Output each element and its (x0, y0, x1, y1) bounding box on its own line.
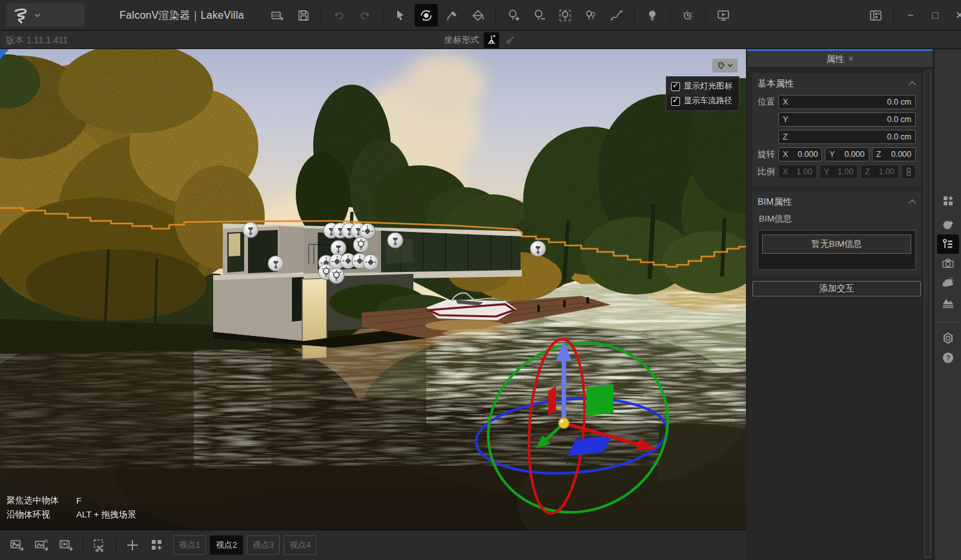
tag-visibility-button[interactable] (712, 59, 738, 72)
toggle-show-traffic-path[interactable]: ✓ 显示车流路径 (666, 94, 739, 109)
section-title: BIM属性 (758, 196, 792, 208)
rotation-y-input[interactable]: Y0.000 (825, 147, 869, 161)
help-icon[interactable]: ? (937, 348, 959, 368)
rotation-z-input[interactable]: Z0.000 (872, 147, 916, 161)
shortcut-hints: 聚焦选中物体 F 沿物体环视 ALT + 拖拽场景 (6, 493, 136, 522)
export-video-icon[interactable] (54, 534, 79, 557)
axis-local-icon[interactable] (502, 32, 518, 48)
path-spline-icon[interactable] (605, 4, 628, 26)
toggle-show-light-icons[interactable]: ✓ 显示灯光图标 (666, 79, 739, 94)
hint-action: 聚焦选中物体 (6, 495, 76, 506)
toolbar-separator (321, 6, 322, 25)
panel-scrollbar[interactable] (924, 70, 931, 558)
scale-z-input[interactable]: Z1.00 (860, 165, 899, 179)
camera-icon[interactable] (937, 254, 959, 273)
section-title: 基本属性 (758, 78, 794, 90)
checkbox-label: 显示灯光图标 (684, 81, 732, 92)
viewpoint-3-button[interactable]: 视点3 (247, 535, 280, 555)
title-bar: FalconV渲染器｜LakeVilla EXE (0, 0, 961, 30)
object-properties-icon[interactable] (937, 234, 959, 254)
checkbox-label: 显示车流路径 (684, 96, 732, 107)
position-z-input[interactable]: Z0.0 cm (778, 130, 916, 144)
tree-remove-icon[interactable] (528, 4, 551, 26)
add-viewport-grid-icon[interactable] (145, 534, 169, 557)
export-image-ai-icon[interactable]: AI (30, 534, 54, 557)
collapse-chevron-icon[interactable] (909, 200, 916, 207)
tree-add-icon[interactable] (502, 4, 525, 26)
save-icon[interactable] (292, 4, 315, 26)
media-player-icon[interactable] (712, 4, 735, 26)
toolbar-separator (893, 6, 894, 25)
checkbox[interactable]: ✓ (671, 97, 680, 106)
maximize-button[interactable]: □ (924, 4, 946, 26)
gizmo-plane-y[interactable] (586, 384, 614, 416)
properties-tab-title: 属性 (826, 54, 844, 65)
light-icon[interactable] (243, 222, 258, 238)
eyedropper-icon[interactable] (440, 4, 464, 26)
version-bar: 版本 1.11.1.411 坐标形式 (0, 31, 961, 49)
viewpoint-2-button[interactable]: 视点2 (210, 535, 243, 555)
scale-y-input[interactable]: Y1.00 (820, 165, 858, 179)
settings-icon[interactable] (937, 329, 959, 348)
orbit-move-tool-icon[interactable] (415, 4, 438, 26)
paint-bucket-icon[interactable] (466, 4, 490, 26)
checkbox[interactable]: ✓ (671, 82, 680, 91)
bim-empty-placeholder: 暂无BIM信息 (762, 234, 911, 254)
time-of-day-icon[interactable] (676, 4, 699, 26)
environment-weather-icon[interactable] (937, 273, 959, 293)
rotation-x-input[interactable]: X0.000 (778, 147, 822, 161)
properties-tab[interactable]: 属性 ✕ (747, 51, 933, 68)
toolbar-separator (495, 6, 496, 25)
toolbar-separator (705, 6, 706, 25)
hint-action: 沿物体环视 (6, 509, 76, 521)
axis-global-icon[interactable] (484, 32, 499, 48)
light-icon[interactable] (329, 268, 344, 284)
redo-icon[interactable] (353, 4, 377, 26)
collapse-chevron-icon[interactable] (909, 81, 916, 88)
bim-info-label: BIM信息 (759, 213, 916, 225)
rotation-label: 旋转 (758, 149, 778, 160)
svg-text:EXE: EXE (273, 14, 281, 17)
scale-label: 比例 (758, 166, 778, 178)
gizmo-plane-x[interactable] (548, 386, 556, 415)
app-menu-button[interactable] (6, 3, 85, 27)
gizmo-center[interactable] (559, 418, 569, 428)
position-x-input[interactable]: X0.0 cm (778, 95, 916, 109)
light-icon[interactable] (331, 240, 346, 256)
basic-properties-section: 基本属性 位置 X0.0 cm Y0.0 cm Z0.0 cm (752, 73, 921, 187)
export-exe-icon[interactable]: EXE (266, 4, 289, 26)
light-icon[interactable] (388, 233, 403, 248)
tree-select-icon[interactable] (553, 4, 577, 26)
capture-crop-icon[interactable] (87, 534, 112, 557)
material-blocks-icon[interactable] (937, 191, 959, 211)
panel-layout-icon[interactable] (864, 4, 887, 26)
light-icon[interactable] (363, 254, 378, 270)
hint-shortcut: F (76, 496, 81, 506)
link-chain-icon[interactable] (902, 165, 916, 179)
tree-scatter-icon[interactable] (579, 4, 603, 26)
terrain-icon[interactable] (937, 293, 959, 312)
viewpoint-1-button[interactable]: 视点1 (173, 535, 206, 555)
add-interaction-button[interactable]: 添加交互 (752, 281, 921, 296)
minimize-button[interactable]: − (900, 4, 922, 26)
position-y-input[interactable]: Y0.0 cm (778, 112, 916, 127)
undo-icon[interactable] (327, 4, 351, 26)
falconv-renderer-window: FalconV渲染器｜LakeVilla EXE (0, 0, 961, 560)
close-icon[interactable]: ✕ (848, 55, 854, 63)
position-label: 位置 (758, 96, 778, 108)
close-button[interactable]: ✕ (949, 4, 961, 26)
render-viewport[interactable]: ✓ 显示灯光图标 ✓ 显示车流路径 聚焦选中物体 F 沿物体环视 ALT + 拖… (0, 49, 746, 530)
light-icon[interactable] (360, 223, 375, 239)
light-icon[interactable] (530, 241, 546, 256)
scale-x-input[interactable]: X1.00 (778, 165, 817, 179)
light-bulb-icon[interactable] (641, 4, 664, 26)
light-icon[interactable] (268, 256, 284, 271)
bim-info-box: 暂无BIM信息 (758, 230, 916, 270)
export-image-icon[interactable] (5, 534, 30, 557)
render-sphere-icon[interactable] (937, 215, 959, 234)
tag-icon (717, 61, 725, 70)
select-tool-icon[interactable] (389, 4, 412, 26)
viewpoint-4-button[interactable]: 视点4 (284, 535, 316, 555)
add-icon[interactable] (120, 534, 145, 557)
light-icon[interactable] (353, 237, 369, 253)
